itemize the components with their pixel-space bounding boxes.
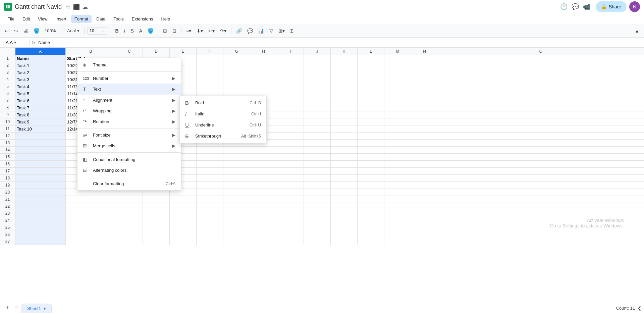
meeting-icon[interactable]: 📹 (583, 3, 590, 10)
format-menu-alternating[interactable]: ⊟ Alternating colors (77, 165, 181, 175)
cell-i6[interactable] (277, 90, 304, 97)
sheet-menu-button[interactable]: ≡ (12, 304, 21, 313)
col-header-l[interactable]: L (358, 48, 384, 55)
cell-f19[interactable] (197, 182, 223, 189)
cell-f2[interactable] (197, 62, 223, 69)
cell-n15[interactable] (411, 154, 438, 160)
cell-e22[interactable] (170, 203, 197, 210)
cell-f22[interactable] (197, 203, 223, 210)
cell-l19[interactable] (358, 182, 384, 189)
cell-i3[interactable] (277, 69, 304, 76)
cell-l18[interactable] (358, 175, 384, 181)
cell-a16[interactable] (15, 161, 66, 167)
col-header-j[interactable]: J (304, 48, 331, 55)
col-header-o[interactable]: O (438, 48, 644, 55)
col-header-c[interactable]: C (116, 48, 143, 55)
cell-n6[interactable] (411, 90, 438, 97)
cell-a22[interactable] (15, 203, 66, 210)
cell-l5[interactable] (358, 83, 384, 90)
cell-c27[interactable] (116, 238, 143, 245)
row-number-18[interactable]: 18 (0, 175, 15, 181)
cell-m9[interactable] (384, 111, 411, 118)
cell-o20[interactable] (438, 189, 644, 196)
cell-f1[interactable] (197, 55, 223, 62)
row-number-16[interactable]: 16 (0, 161, 15, 167)
menu-format[interactable]: Format (71, 15, 92, 23)
redo-btn[interactable]: ↪ (12, 27, 20, 35)
cell-h22[interactable] (250, 203, 277, 210)
cell-j22[interactable] (304, 203, 331, 210)
cell-l25[interactable] (358, 224, 384, 231)
cell-g22[interactable] (223, 203, 250, 210)
link-btn[interactable]: 🔗 (234, 27, 244, 35)
menu-data[interactable]: Data (93, 15, 109, 23)
cell-k9[interactable] (331, 111, 358, 118)
cell-j9[interactable] (304, 111, 331, 118)
menu-help[interactable]: Help (158, 15, 173, 23)
cell-j10[interactable] (304, 118, 331, 125)
cell-l11[interactable] (358, 125, 384, 132)
cell-k11[interactable] (331, 125, 358, 132)
cell-k13[interactable] (331, 140, 358, 146)
cell-k12[interactable] (331, 133, 358, 139)
cell-m27[interactable] (384, 238, 411, 245)
cell-k24[interactable] (331, 217, 358, 224)
cell-j16[interactable] (304, 161, 331, 167)
cell-o15[interactable] (438, 154, 644, 160)
cell-g5[interactable] (223, 83, 250, 90)
text-color-btn[interactable]: A (137, 27, 144, 35)
cell-i27[interactable] (277, 238, 304, 245)
sum-btn[interactable]: Σ (288, 27, 295, 35)
cell-k27[interactable] (331, 238, 358, 245)
cell-a20[interactable] (15, 189, 66, 196)
cell-o14[interactable] (438, 147, 644, 153)
cell-i9[interactable] (277, 111, 304, 118)
cell-g26[interactable] (223, 231, 250, 238)
cell-f25[interactable] (197, 224, 223, 231)
row-number-11[interactable]: 11 (0, 125, 15, 132)
format-menu-theme[interactable]: ◈ Theme (77, 59, 181, 70)
cell-a8[interactable]: Task 7 (15, 104, 66, 111)
cell-h15[interactable] (250, 154, 277, 160)
cell-m8[interactable] (384, 104, 411, 111)
cell-f3[interactable] (197, 69, 223, 76)
row-number-17[interactable]: 17 (0, 168, 15, 174)
chart-btn[interactable]: 📊 (256, 27, 266, 35)
cell-f24[interactable] (197, 217, 223, 224)
cell-g24[interactable] (223, 217, 250, 224)
cell-g3[interactable] (223, 69, 250, 76)
cell-c26[interactable] (116, 231, 143, 238)
cell-o7[interactable] (438, 97, 644, 104)
valign-btn[interactable]: ⬍▾ (195, 27, 205, 35)
cell-k19[interactable] (331, 182, 358, 189)
undo-btn[interactable]: ↩ (3, 27, 11, 35)
cell-l26[interactable] (358, 231, 384, 238)
cell-g1[interactable] (223, 55, 250, 62)
cell-a15[interactable] (15, 154, 66, 160)
col-header-h[interactable]: H (250, 48, 277, 55)
filter-btn[interactable]: ▽ (267, 27, 275, 35)
cell-l13[interactable] (358, 140, 384, 146)
cell-h25[interactable] (250, 224, 277, 231)
cell-e27[interactable] (170, 238, 197, 245)
cell-n2[interactable] (411, 62, 438, 69)
cell-j13[interactable] (304, 140, 331, 146)
cell-g18[interactable] (223, 175, 250, 181)
cell-m24[interactable] (384, 217, 411, 224)
add-sheet-button[interactable]: + (3, 304, 12, 313)
format-menu-conditional[interactable]: ◧ Conditional formatting (77, 154, 181, 165)
cell-l15[interactable] (358, 154, 384, 160)
cell-l21[interactable] (358, 196, 384, 203)
cell-n25[interactable] (411, 224, 438, 231)
cell-a13[interactable] (15, 140, 66, 146)
cell-g21[interactable] (223, 196, 250, 203)
col-header-n[interactable]: N (411, 48, 438, 55)
cell-k17[interactable] (331, 168, 358, 174)
cell-l3[interactable] (358, 69, 384, 76)
format-menu-merge[interactable]: ⊞ Merge cells ▶ (77, 140, 181, 151)
cell-k18[interactable] (331, 175, 358, 181)
font-size-decrease[interactable]: − (96, 28, 100, 34)
cell-c21[interactable] (116, 196, 143, 203)
cell-i25[interactable] (277, 224, 304, 231)
cell-h4[interactable] (250, 76, 277, 83)
